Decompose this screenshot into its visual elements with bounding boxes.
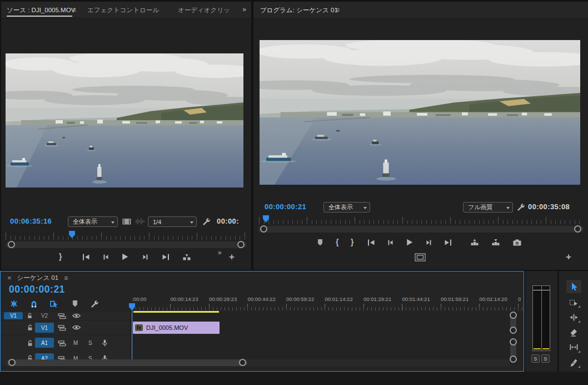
add-marker-button[interactable] [316,238,325,247]
slip-tool[interactable] [566,340,581,354]
scrollbar-right-handle[interactable] [574,225,581,233]
step-forward-button[interactable] [425,238,433,247]
mark-in-button[interactable]: { [336,238,338,246]
voiceover-mic-icon[interactable] [101,339,108,347]
ruler-label: 00:01:29:21 [363,296,402,303]
program-current-timecode[interactable]: 00:00:00:21 [265,203,306,211]
button-editor-add[interactable]: + [566,252,571,261]
program-settings-wrench-icon[interactable] [516,203,525,212]
audio-tracks-vscroll[interactable] [510,339,516,362]
program-quality-select[interactable]: フル画質 [463,202,513,213]
go-to-in-button[interactable] [82,253,91,261]
timeline-tab-close[interactable]: × [7,274,12,282]
track-targeting-icon[interactable] [57,324,67,331]
source-zoom-scrollbar[interactable] [6,241,247,248]
lock-icon[interactable] [26,324,34,332]
insert-nest-toggle-icon[interactable] [9,299,18,308]
timeline-playhead-line [132,303,132,359]
source-zoom-select[interactable]: 全体表示 [68,216,118,227]
mark-out-button[interactable]: } [59,253,62,261]
lock-icon[interactable] [26,312,33,319]
comparison-view-button[interactable] [415,253,426,261]
timeline-ruler-labels[interactable]: :00:0000:00:14:2300:00:29:2300:00:44:220… [132,296,521,303]
button-editor-add[interactable]: + [229,252,235,261]
snap-magnet-icon[interactable] [29,299,38,308]
scrollbar-left-handle[interactable] [260,225,267,233]
solo-button[interactable]: S [88,340,92,346]
drag-audio-icon[interactable] [135,217,145,226]
lock-icon[interactable] [26,339,34,347]
linked-selection-icon[interactable] [49,299,58,308]
go-to-out-button[interactable] [444,238,452,247]
track-v2-name[interactable]: V2 [35,312,54,320]
timeline-hscrollbar[interactable] [4,359,510,366]
track-a1-name[interactable]: A1 [35,338,54,348]
program-zoom-scrollbar[interactable] [258,226,584,233]
scrollbar-left-handle[interactable] [8,241,15,248]
source-resolution-select[interactable]: 1/4 [148,216,197,227]
program-zoom-select[interactable]: 全体表示 [323,202,370,213]
go-to-out-button[interactable] [161,253,170,261]
timeline-ruler-ticks[interactable] [132,303,522,310]
vscroll-top-handle[interactable] [510,312,517,319]
source-time-ruler[interactable] [6,232,247,240]
play-button[interactable] [120,252,129,261]
hscroll-right-handle[interactable] [239,359,246,366]
timeline-clip[interactable]: fx DJI_0005.MOV [133,322,220,334]
pen-tool[interactable] [566,356,581,369]
source-panel-menu-icon[interactable]: ≡ [72,6,76,14]
mark-out-button[interactable]: } [351,238,353,246]
source-current-timecode[interactable]: 00:06:35:16 [10,217,52,225]
video-tracks-vscroll[interactable] [510,313,516,333]
track-select-forward-tool[interactable] [566,295,581,309]
timeline-settings-wrench-icon[interactable] [89,299,99,309]
timeline-hscroll-thumb[interactable] [7,359,247,366]
transport-overflow-icon[interactable]: » [218,249,222,256]
meter-solo-left-button[interactable]: S [531,354,540,363]
export-frame-button[interactable] [512,238,522,247]
tab-source[interactable]: ソース : DJI_0005.MOV [7,6,75,14]
step-back-button[interactable] [101,253,110,261]
timeline-panel: × シーケンス 01 ≡ 00:00:00:21 :00:0000:00:14:… [0,271,524,372]
step-forward-button[interactable] [141,253,150,261]
track-output-eye-icon[interactable] [72,324,81,330]
mute-button[interactable]: M [73,340,78,346]
go-to-in-button[interactable] [367,238,376,247]
vscroll-bottom-handle[interactable] [510,356,517,363]
meter-solo-right-button[interactable]: S [541,354,550,363]
selection-tool[interactable] [566,280,581,293]
timeline-panel-menu-icon[interactable]: ≡ [64,274,68,282]
add-marker-icon[interactable] [71,299,79,308]
source-settings-wrench-icon[interactable] [201,217,211,226]
source-patch-v1[interactable]: V1 [4,312,23,319]
overwrite-button[interactable] [182,253,191,261]
track-row-a1: A1 M S [1,335,524,351]
panel-overflow-icon[interactable]: » [242,6,247,13]
track-targeting-icon[interactable] [57,340,67,347]
clip-fx-badge[interactable]: fx [135,324,143,331]
premiere-window: ソース : DJI_0005.MOV ≡ エフェクトコントロール オーディオクリ… [0,0,588,385]
ripple-edit-tool[interactable] [566,310,581,324]
vscroll-bottom-handle[interactable] [510,327,517,334]
track-v1-name[interactable]: V1 [35,323,54,333]
program-time-ruler[interactable] [259,216,582,224]
tab-program[interactable]: プログラム: シーケンス 01 [260,6,338,14]
timeline-tab[interactable]: シーケンス 01 [17,274,59,282]
scrollbar-right-handle[interactable] [237,241,245,248]
chevron-down-icon [506,207,510,209]
timeline-current-timecode[interactable]: 00:00:00:21 [9,284,65,295]
razor-tool[interactable] [566,325,581,339]
lift-button[interactable] [470,238,479,247]
extract-button[interactable] [491,238,500,247]
track-output-eye-icon[interactable] [72,313,81,319]
program-monitor-panel: プログラム: シーケンス 01 ≡ 00:00:00:21 全体表示 フル画質 … [253,2,588,270]
track-targeting-icon[interactable] [57,313,67,319]
tab-effect-controls[interactable]: エフェクトコントロール [87,6,159,14]
drag-video-icon[interactable] [122,217,132,226]
play-button[interactable] [405,238,414,247]
step-back-button[interactable] [386,238,395,247]
program-panel-menu-icon[interactable]: ≡ [336,6,340,14]
tab-audio-clip-mixer[interactable]: オーディオクリップ [178,6,230,14]
vscroll-top-handle[interactable] [510,338,517,345]
hscroll-left-handle[interactable] [8,359,16,366]
